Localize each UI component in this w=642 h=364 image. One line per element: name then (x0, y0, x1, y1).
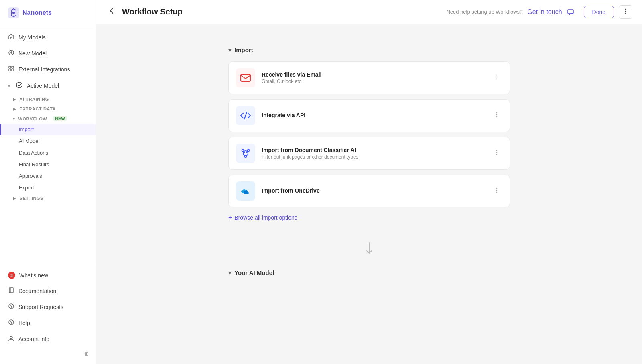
svg-point-33 (496, 187, 498, 189)
sidebar-sub-item-export[interactable]: Export (0, 182, 96, 193)
svg-point-21 (496, 114, 498, 115)
sidebar-item-new-model[interactable]: New Model (0, 45, 96, 61)
onedrive-more-icon (494, 187, 500, 193)
section-settings[interactable]: ▶ SETTINGS (0, 193, 96, 203)
browse-plus-icon: + (228, 214, 232, 221)
external-integrations-label: External Integrations (18, 66, 70, 73)
sidebar-sub-item-final-results[interactable]: Final Results (0, 159, 96, 170)
sidebar-item-active-model[interactable]: ▾ Active Model (0, 77, 96, 94)
sidebar-item-support-requests[interactable]: Support Requests (0, 299, 96, 315)
active-model-icon (16, 81, 23, 90)
email-option-more-button[interactable] (491, 72, 502, 84)
api-icon (240, 111, 251, 120)
sidebar-sub-item-import[interactable]: Import (0, 124, 96, 135)
my-models-label: My Models (18, 34, 46, 41)
svg-point-18 (496, 76, 498, 77)
section-extract-data[interactable]: ▶ EXTRACT DATA (0, 104, 96, 114)
sidebar-logo[interactable]: Nanonets (0, 0, 96, 26)
onedrive-icon (239, 186, 252, 196)
export-label: Export (19, 185, 34, 191)
svg-point-30 (496, 150, 498, 151)
import-section-label: Import (234, 47, 253, 53)
api-option-info: Integrate via API (262, 112, 485, 119)
sidebar-sub-item-data-actions[interactable]: Data Actions (0, 147, 96, 159)
notification-badge: 3 (8, 272, 15, 279)
sidebar-sub-item-approvals[interactable]: Approvals (0, 170, 96, 182)
your-ai-model-section-header[interactable]: ▾ Your AI Model (228, 269, 510, 276)
help-icon (8, 319, 14, 327)
svg-rect-12 (568, 10, 573, 14)
home-icon (8, 33, 14, 41)
workflow-new-badge: NEW (53, 116, 67, 121)
option-email[interactable]: Receive files via Email Gmail, Outlook e… (228, 61, 510, 94)
email-option-desc: Gmail, Outlook etc. (262, 79, 485, 84)
ai-model-sub-label: AI Model (19, 138, 39, 144)
your-ai-model-section-card: ▾ Your AI Model (219, 260, 520, 294)
svg-point-1 (12, 12, 15, 14)
api-option-more-button[interactable] (491, 110, 502, 122)
collapse-sidebar-button[interactable] (0, 347, 96, 361)
onedrive-option-info: Import from OneDrive (262, 187, 485, 195)
api-option-icon (236, 106, 255, 125)
page-title: Workflow Setup (122, 7, 441, 16)
documentation-label: Documentation (18, 288, 56, 294)
browse-link-label: Browse all import options (234, 214, 297, 221)
option-api[interactable]: Integrate via API (228, 99, 510, 132)
sidebar-item-my-models[interactable]: My Models (0, 29, 96, 45)
sidebar-item-external-integrations[interactable]: External Integrations (0, 61, 96, 77)
help-text: Need help setting up Workflows? (446, 9, 522, 15)
svg-point-34 (496, 189, 498, 191)
done-button[interactable]: Done (584, 6, 614, 18)
sidebar-item-whats-new[interactable]: 3 What's new (0, 268, 96, 283)
doc-classifier-option-more-button[interactable] (491, 148, 502, 159)
option-doc-classifier[interactable]: Import from Document Classifier AI Filte… (228, 137, 510, 170)
svg-rect-6 (12, 69, 14, 71)
import-section-card: ▾ Import Receive files via Email Gmail, … (219, 37, 520, 232)
import-label: Import (19, 126, 34, 132)
onedrive-option-more-button[interactable] (491, 185, 502, 197)
down-arrow-icon (365, 242, 373, 255)
browse-import-options-link[interactable]: + Browse all import options (228, 212, 510, 223)
svg-point-19 (496, 78, 498, 79)
svg-rect-16 (241, 74, 250, 81)
email-more-icon (494, 74, 500, 80)
extract-data-label: EXTRACT DATA (20, 106, 56, 111)
option-onedrive[interactable]: Import from OneDrive (228, 175, 510, 207)
svg-point-7 (16, 82, 22, 88)
svg-point-13 (625, 8, 626, 10)
sidebar-item-documentation[interactable]: Documentation (0, 283, 96, 299)
more-options-button[interactable] (619, 5, 632, 19)
app-name: Nanonets (22, 9, 52, 16)
import-section-header[interactable]: ▾ Import (228, 47, 510, 53)
your-ai-model-label: Your AI Model (234, 269, 274, 276)
sidebar-sub-item-ai-model[interactable]: AI Model (0, 135, 96, 147)
email-option-icon (236, 68, 255, 87)
active-model-chevron: ▾ (8, 84, 10, 88)
plus-circle-icon (8, 49, 14, 57)
chat-icon (567, 8, 574, 16)
extract-data-chevron: ▶ (13, 107, 16, 111)
svg-point-31 (496, 152, 498, 153)
support-icon (8, 303, 14, 311)
section-workflow[interactable]: ▾ WORKFLOW NEW (0, 114, 96, 124)
sidebar-navigation: My Models New Model External Integration… (0, 26, 96, 264)
onedrive-option-title: Import from OneDrive (262, 187, 485, 194)
final-results-label: Final Results (19, 161, 49, 167)
section-ai-training[interactable]: ▶ AI TRAINING (0, 94, 96, 104)
doc-classifier-option-info: Import from Document Classifier AI Filte… (262, 147, 485, 160)
settings-chevron: ▶ (13, 196, 16, 201)
main-content: Workflow Setup Need help setting up Work… (96, 0, 642, 364)
sidebar: Nanonets My Models New Model External In… (0, 0, 96, 364)
sidebar-item-help[interactable]: Help (0, 315, 96, 331)
book-icon (8, 287, 14, 295)
sidebar-item-account-info[interactable]: Account info (0, 331, 96, 347)
back-button[interactable] (106, 5, 117, 18)
help-link[interactable]: Get in touch (527, 8, 562, 16)
integrations-icon (8, 65, 14, 73)
help-label: Help (18, 320, 30, 326)
sidebar-bottom: 3 What's new Documentation Support Reque… (0, 264, 96, 364)
onedrive-option-icon (236, 181, 255, 201)
ai-training-label: AI TRAINING (20, 97, 49, 102)
svg-point-11 (10, 336, 12, 339)
api-more-icon (494, 112, 500, 118)
